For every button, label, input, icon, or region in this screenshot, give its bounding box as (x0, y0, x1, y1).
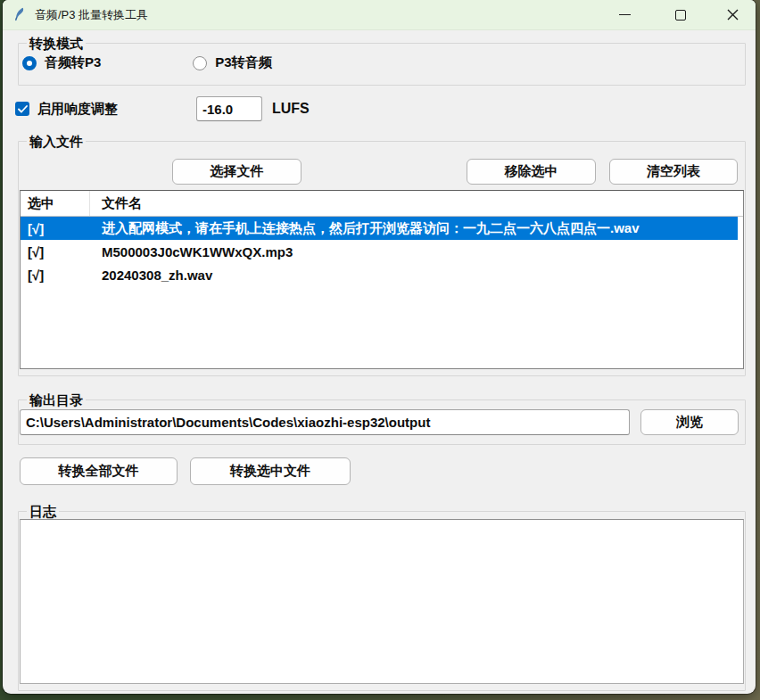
loudness-checkbox-label: 启用响度调整 (37, 101, 118, 118)
radio-p3-to-audio-label: P3转音频 (215, 54, 271, 71)
table-row[interactable]: [√] 20240308_zh.wav (21, 263, 743, 286)
column-header-filename[interactable]: 文件名 (90, 191, 743, 216)
python-feather-icon (12, 7, 26, 22)
minimize-icon (619, 14, 631, 15)
select-files-button[interactable]: 选择文件 (172, 159, 302, 185)
table-row[interactable]: [√] M500003J0cWK1WWxQX.mp3 (21, 240, 743, 263)
convert-all-button[interactable]: 转换全部文件 (20, 457, 178, 485)
row-check-mark: [√] (21, 268, 90, 283)
app-window: 音频/P3 批量转换工具 转换模式 音频转P3 P3转音频 (3, 0, 756, 694)
row-check-mark: [√] (21, 244, 90, 259)
close-icon (727, 9, 739, 21)
lufs-unit-label: LUFS (272, 96, 310, 121)
window-title: 音频/P3 批量转换工具 (35, 0, 148, 29)
row-filename: 进入配网模式，请在手机上连接热点，然后打开浏览器访问：一九二点一六八点四点一.w… (90, 220, 738, 237)
radio-off-icon (193, 56, 207, 70)
lufs-value-input[interactable] (196, 96, 262, 121)
row-filename: 20240308_zh.wav (90, 268, 743, 283)
row-check-mark: [√] (21, 221, 90, 236)
radio-p3-to-audio[interactable]: P3转音频 (193, 54, 271, 71)
radio-audio-to-p3-label: 音频转P3 (45, 54, 101, 71)
browse-button[interactable]: 浏览 (640, 409, 739, 435)
input-files-label: 输入文件 (27, 133, 86, 150)
radio-on-icon (22, 56, 37, 70)
log-label: 日志 (27, 503, 59, 520)
loudness-checkbox[interactable]: 启用响度调整 (15, 95, 118, 123)
file-table-header: 选中 文件名 (21, 191, 743, 217)
maximize-icon (675, 10, 686, 21)
output-dir-label: 输出目录 (27, 391, 86, 408)
checkbox-checked-icon (15, 102, 29, 116)
maximize-button[interactable] (667, 0, 694, 29)
remove-selected-button[interactable]: 移除选中 (467, 159, 596, 185)
clear-list-button[interactable]: 清空列表 (609, 159, 738, 185)
titlebar[interactable]: 音频/P3 批量转换工具 (3, 0, 756, 30)
mode-group-label: 转换模式 (27, 35, 86, 52)
file-table: 选中 文件名 [√] 进入配网模式，请在手机上连接热点，然后打开浏览器访问：一九… (20, 190, 744, 369)
convert-selected-button[interactable]: 转换选中文件 (190, 457, 351, 485)
radio-audio-to-p3[interactable]: 音频转P3 (22, 54, 101, 71)
mode-radio-row: 音频转P3 P3转音频 (22, 54, 272, 71)
table-row[interactable]: [√] 进入配网模式，请在手机上连接热点，然后打开浏览器访问：一九二点一六八点四… (21, 217, 738, 240)
output-dir-input[interactable] (20, 409, 630, 435)
column-header-checked[interactable]: 选中 (21, 191, 90, 216)
log-textarea[interactable] (20, 519, 744, 684)
mode-groupbox: 转换模式 音频转P3 P3转音频 (18, 43, 746, 86)
minimize-button[interactable] (611, 0, 638, 29)
row-filename: M500003J0cWK1WWxQX.mp3 (90, 244, 743, 259)
close-button[interactable] (719, 0, 746, 29)
